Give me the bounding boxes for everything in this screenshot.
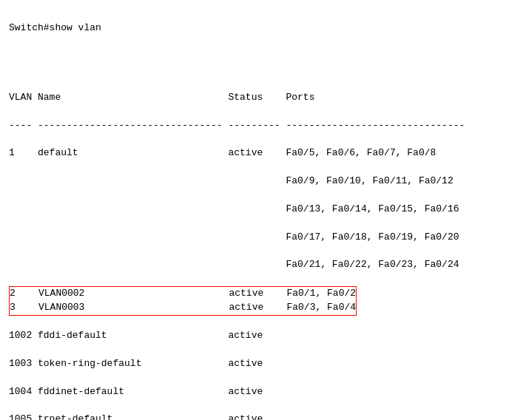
vlan1-cont4: Fa0/21, Fa0/22, Fa0/23, Fa0/24 [9, 259, 459, 270]
vlan1-cont2: Fa0/13, Fa0/14, Fa0/15, Fa0/16 [9, 203, 459, 214]
terminal-output: Switch#show vlan VLAN Name Status Ports … [9, 7, 517, 420]
vlan1003-line: 1003 token-ring-default active [9, 358, 286, 369]
header-vlan: VLAN Name Status Ports [9, 92, 314, 103]
prompt-start: Switch#show vlan [9, 22, 101, 33]
vlan1-line: 1 default active Fa0/5, Fa0/6, Fa0/7, Fa… [9, 147, 436, 158]
blank-line-1 [9, 64, 15, 75]
vlan1004-line: 1004 fddinet-default active [9, 386, 286, 397]
vlan1-cont3: Fa0/17, Fa0/18, Fa0/19, Fa0/20 [9, 231, 459, 243]
vlan2-line: 2 VLAN0002 active Fa0/1, Fa0/23 VLAN0003… [9, 302, 357, 313]
header-sep: ---- -------------------------------- --… [9, 120, 465, 131]
vlan1002-line: 1002 fddi-default active [9, 330, 286, 341]
vlan1-cont1: Fa0/9, Fa0/10, Fa0/11, Fa0/12 [9, 175, 453, 186]
vlan1005-line: 1005 trnet-default active [9, 413, 286, 420]
